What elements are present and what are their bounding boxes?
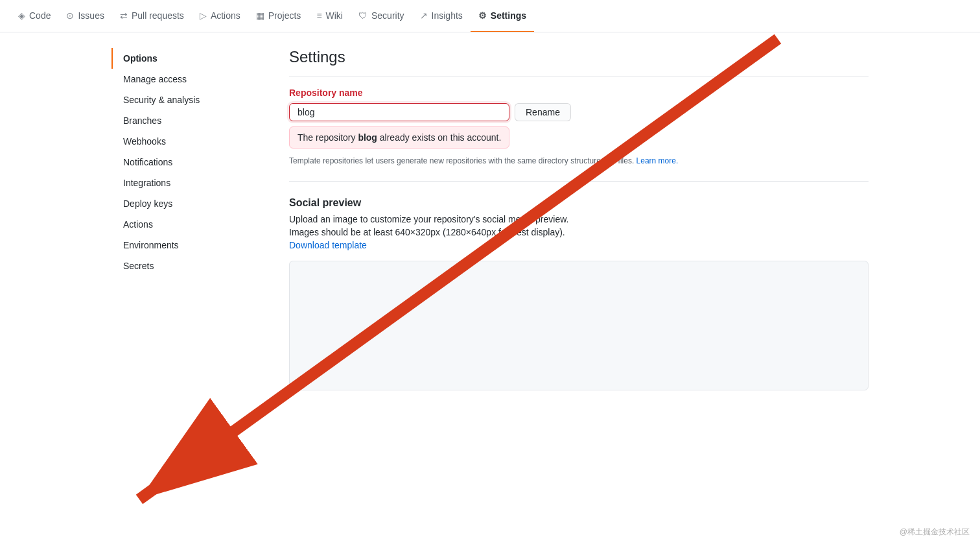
sidebar-item-webhooks[interactable]: Webhooks	[111, 131, 274, 152]
social-preview-desc: Upload an image to customize your reposi…	[289, 214, 869, 224]
nav-pull-requests-label: Pull requests	[132, 10, 184, 21]
layout: Options Manage access Security & analysi…	[101, 32, 879, 406]
nav-insights-label: Insights	[432, 10, 463, 21]
pull-requests-icon: ⇄	[120, 10, 128, 21]
actions-icon: ▷	[200, 10, 207, 21]
repo-name-section: Repository name Rename The repository bl…	[289, 88, 869, 165]
nav-code-label: Code	[29, 10, 51, 21]
rename-button[interactable]: Rename	[515, 103, 571, 121]
nav-actions-label: Actions	[211, 10, 240, 21]
code-icon: ◈	[18, 10, 25, 21]
nav-security[interactable]: 🛡 Security	[351, 0, 412, 32]
sidebar-item-actions[interactable]: Actions	[111, 214, 274, 235]
error-prefix: The repository	[298, 132, 358, 143]
error-message: The repository blog already exists on th…	[289, 126, 509, 149]
sidebar-item-integrations[interactable]: Integrations	[111, 173, 274, 193]
main-content: Settings Repository name Rename The repo…	[289, 48, 869, 390]
sidebar-item-manage-access[interactable]: Manage access	[111, 69, 274, 89]
social-preview-title: Social preview	[289, 197, 869, 209]
nav-issues[interactable]: ⊙ Issues	[58, 0, 111, 32]
download-template-link[interactable]: Download template	[289, 240, 367, 250]
nav-wiki[interactable]: ≡ Wiki	[309, 0, 351, 32]
sidebar-item-environments[interactable]: Environments	[111, 235, 274, 256]
nav-settings[interactable]: ⚙ Settings	[471, 0, 534, 32]
projects-icon: ▦	[256, 10, 264, 21]
issues-icon: ⊙	[66, 10, 74, 21]
nav-pull-requests[interactable]: ⇄ Pull requests	[112, 0, 192, 32]
top-nav: ◈ Code ⊙ Issues ⇄ Pull requests ▷ Action…	[0, 0, 980, 32]
sidebar: Options Manage access Security & analysi…	[111, 48, 274, 390]
sidebar-item-options[interactable]: Options	[111, 48, 274, 69]
nav-wiki-label: Wiki	[326, 10, 343, 21]
sidebar-item-deploy-keys[interactable]: Deploy keys	[111, 193, 274, 214]
learn-more-link[interactable]: Learn more.	[636, 156, 679, 165]
repo-name-row: Rename	[289, 103, 869, 121]
sidebar-item-security-analysis[interactable]: Security & analysis	[111, 89, 274, 110]
sidebar-item-notifications[interactable]: Notifications	[111, 152, 274, 173]
nav-settings-label: Settings	[491, 10, 526, 21]
repo-name-input[interactable]	[289, 103, 509, 121]
template-desc: Template repositories let users generate…	[289, 156, 869, 165]
nav-security-label: Security	[371, 10, 404, 21]
nav-issues-label: Issues	[78, 10, 104, 21]
wiki-icon: ≡	[316, 10, 321, 21]
nav-code[interactable]: ◈ Code	[10, 0, 58, 32]
insights-icon: ↗	[420, 10, 428, 21]
nav-actions[interactable]: ▷ Actions	[192, 0, 248, 32]
error-repo-name: blog	[358, 132, 377, 143]
security-icon: 🛡	[358, 10, 368, 21]
repo-name-label: Repository name	[289, 88, 869, 98]
sidebar-item-branches[interactable]: Branches	[111, 110, 274, 131]
social-preview-box	[289, 261, 869, 390]
nav-projects[interactable]: ▦ Projects	[248, 0, 309, 32]
section-divider	[289, 181, 869, 182]
social-preview-note: Images should be at least 640×320px (128…	[289, 227, 869, 237]
settings-icon: ⚙	[478, 10, 487, 21]
social-preview-section: Social preview Upload an image to custom…	[289, 197, 869, 390]
sidebar-item-secrets[interactable]: Secrets	[111, 256, 274, 276]
nav-insights[interactable]: ↗ Insights	[412, 0, 471, 32]
error-suffix: already exists on this account.	[377, 132, 501, 143]
nav-projects-label: Projects	[268, 10, 301, 21]
page-title: Settings	[289, 48, 869, 77]
